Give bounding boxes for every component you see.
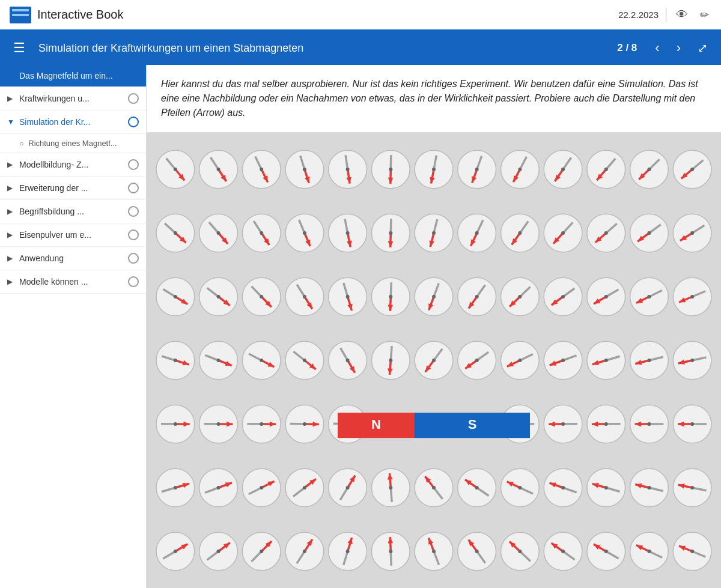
sidebar-sub-label-richtung: Richtung eines Magnetf... bbox=[28, 139, 117, 148]
app-title: Interactive Book bbox=[37, 8, 123, 22]
sidebar-label-4: Erweiterung der ... bbox=[19, 183, 123, 193]
description-text: Hier kannst du das mal selber ausprobier… bbox=[147, 65, 721, 133]
sidebar-arrow-7: ▶ bbox=[7, 254, 14, 262]
compass-canvas bbox=[147, 133, 721, 588]
sidebar-arrow-1: ▶ bbox=[7, 94, 14, 103]
sidebar-circle-2 bbox=[128, 117, 139, 127]
sidebar-item-erweiterung[interactable]: ▶ Erweiterung der ... bbox=[0, 177, 146, 200]
sidebar-item-begriffsbildung[interactable]: ▶ Begriffsbildung ... bbox=[0, 200, 146, 223]
sidebar-item-simulation[interactable]: ▼ Simulation der Kr... bbox=[0, 111, 146, 134]
sidebar-arrow-5: ▶ bbox=[7, 207, 14, 216]
sidebar-arrow-3: ▶ bbox=[7, 160, 14, 169]
sidebar-label-8: Modelle können ... bbox=[19, 277, 123, 286]
edit-icon[interactable]: ✏ bbox=[698, 7, 711, 23]
sidebar-label-2: Simulation der Kr... bbox=[19, 117, 123, 127]
toolbar-pagination: 2 / 8 bbox=[612, 42, 642, 54]
sidebar-item-kraftwirkungen[interactable]: ▶ Kraftwirkungen u... bbox=[0, 87, 146, 111]
sidebar-circle-7 bbox=[128, 253, 139, 264]
sub-dot-icon: ○ bbox=[19, 139, 23, 148]
sidebar-circle-5 bbox=[128, 206, 139, 217]
sidebar-sub-richtung[interactable]: ○ Richtung eines Magnetf... bbox=[0, 134, 146, 153]
app-icon bbox=[10, 7, 31, 23]
sidebar-circle-6 bbox=[128, 229, 139, 240]
next-page-button[interactable]: › bbox=[673, 39, 684, 57]
description-text-content: Hier kannst du das mal selber ausprobier… bbox=[161, 79, 698, 118]
header-right: 22.2.2023 👁 ✏ bbox=[618, 7, 711, 23]
top-header: Interactive Book 22.2.2023 👁 ✏ bbox=[0, 0, 721, 31]
sidebar-circle-3 bbox=[128, 159, 139, 170]
header-divider bbox=[666, 8, 666, 22]
eye-icon[interactable]: 👁 bbox=[674, 7, 690, 23]
sidebar: Das Magnetfeld um ein... ▶ Kraftwirkunge… bbox=[0, 65, 147, 588]
sidebar-item-anwendung[interactable]: ▶ Anwendung bbox=[0, 247, 146, 270]
sidebar-label-7: Anwendung bbox=[19, 253, 123, 263]
simulation-area[interactable]: N S bbox=[147, 133, 721, 588]
sidebar-arrow-6: ▶ bbox=[7, 231, 14, 239]
header-left: Interactive Book bbox=[10, 7, 123, 23]
sidebar-item-magnetfeld[interactable]: Das Magnetfeld um ein... bbox=[0, 65, 146, 87]
menu-button[interactable]: ☰ bbox=[10, 38, 29, 58]
sidebar-label-3: Modellbildung- Z... bbox=[19, 160, 123, 169]
content-area: Hier kannst du das mal selber ausprobier… bbox=[147, 65, 721, 588]
sidebar-arrow-2: ▼ bbox=[7, 118, 14, 126]
main-layout: Das Magnetfeld um ein... ▶ Kraftwirkunge… bbox=[0, 65, 721, 588]
sidebar-label-5: Begriffsbildung ... bbox=[19, 207, 123, 216]
prev-page-button[interactable]: ‹ bbox=[651, 39, 663, 57]
sidebar-label-1: Kraftwirkungen u... bbox=[19, 94, 123, 103]
sidebar-circle-8 bbox=[128, 276, 139, 287]
sidebar-item-modelle[interactable]: ▶ Modelle können ... bbox=[0, 270, 146, 294]
sidebar-circle-4 bbox=[128, 183, 139, 193]
expand-button[interactable]: ⤢ bbox=[694, 40, 711, 56]
toolbar-title: Simulation der Kraftwirkungen um einen S… bbox=[38, 42, 603, 55]
sidebar-item-eisenpulver[interactable]: ▶ Eisenpulver um e... bbox=[0, 223, 146, 247]
toolbar: ☰ Simulation der Kraftwirkungen um einen… bbox=[0, 31, 721, 65]
sidebar-label-6: Eisenpulver um e... bbox=[19, 230, 123, 240]
header-date: 22.2.2023 bbox=[618, 10, 659, 20]
sidebar-arrow-4: ▶ bbox=[7, 184, 14, 192]
sidebar-label-0: Das Magnetfeld um ein... bbox=[19, 71, 139, 80]
sidebar-item-modellbildung[interactable]: ▶ Modellbildung- Z... bbox=[0, 153, 146, 177]
sidebar-circle-1 bbox=[128, 93, 139, 104]
sidebar-arrow-8: ▶ bbox=[7, 277, 14, 286]
